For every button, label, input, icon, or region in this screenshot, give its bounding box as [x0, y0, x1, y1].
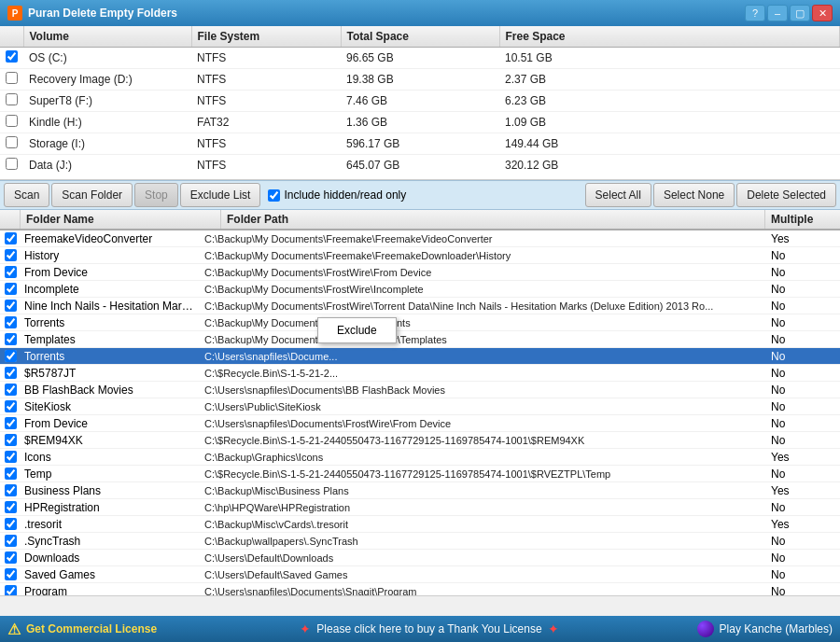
folder-name: Incomplete [21, 283, 201, 296]
folder-row[interactable]: $REM94XK C:\$Recycle.Bin\S-1-5-21-244055… [0, 432, 840, 449]
folder-multi: No [765, 568, 840, 581]
folder-checkbox[interactable] [5, 350, 17, 362]
folder-row[interactable]: Downloads C:\Users\Default\Downloads No [0, 550, 840, 566]
window-controls[interactable]: ? – ▢ ✕ [745, 5, 833, 21]
folder-row[interactable]: .tresorit C:\Backup\Misc\vCards\.tresori… [0, 516, 840, 533]
vol-volume: Data (J:) [23, 155, 191, 176]
delete-selected-button[interactable]: Delete Selected [736, 183, 836, 207]
volume-row[interactable]: OS (C:) NTFS 96.65 GB 10.51 GB [0, 48, 840, 69]
folder-name: From Device [21, 417, 201, 430]
folder-path: C:\Backup\My Documents\Freemake\Freemake… [201, 250, 765, 261]
volume-row[interactable]: Storage (I:) NTFS 596.17 GB 149.44 GB [0, 133, 840, 155]
volume-row[interactable]: Kindle (H:) FAT32 1.36 GB 1.09 GB [0, 112, 840, 133]
folder-name: Torrents [21, 316, 201, 329]
folder-row[interactable]: Business Plans C:\Backup\Misc\Business P… [0, 482, 840, 499]
maximize-button[interactable]: ▢ [790, 5, 810, 21]
folder-checkbox[interactable] [5, 585, 17, 595]
folder-row[interactable]: $R5787JT C:\$Recycle.Bin\S-1-5-21-2... N… [0, 365, 840, 382]
vol-checkbox[interactable] [6, 158, 18, 170]
include-hidden-checkbox[interactable] [268, 189, 280, 202]
vol-col-fs: File System [191, 26, 341, 48]
volume-area: Volume File System Total Space Free Spac… [0, 26, 840, 180]
vol-checkbox[interactable] [6, 72, 18, 84]
folder-row[interactable]: Torrents C:\Users\snapfiles\Docume... No [0, 348, 840, 365]
folder-checkbox[interactable] [5, 384, 17, 396]
folder-row[interactable]: Templates C:\Backup\My Documents\Game Co… [0, 331, 840, 348]
folder-checkbox[interactable] [5, 551, 17, 564]
folder-checkbox[interactable] [5, 232, 17, 244]
folder-checkbox[interactable] [5, 417, 17, 429]
folder-path: C:\$Recycle.Bin\S-1-5-21-2... [201, 368, 765, 379]
folder-checkbox[interactable] [5, 300, 17, 312]
folder-checkbox[interactable] [5, 266, 17, 278]
folder-row[interactable]: Icons C:\Backup\Graphics\Icons Yes [0, 449, 840, 466]
folder-row[interactable]: FreemakeVideoConverter C:\Backup\My Docu… [0, 230, 840, 247]
volume-scroll-area[interactable]: Volume File System Total Space Free Spac… [0, 26, 840, 175]
exclude-list-button[interactable]: Exclude List [180, 183, 261, 207]
folder-checkbox[interactable] [5, 484, 17, 496]
scan-button[interactable]: Scan [4, 183, 49, 207]
folder-row[interactable]: BB FlashBack Movies C:\Users\snapfiles\D… [0, 382, 840, 398]
play-marbles-text: Play Kanche (Marbles) [720, 622, 833, 635]
volume-row[interactable]: Recovery Image (D:) NTFS 19.38 GB 2.37 G… [0, 69, 840, 91]
folder-row[interactable]: Incomplete C:\Backup\My Documents\FrostW… [0, 281, 840, 298]
folder-row[interactable]: HPRegistration C:\hp\HPQWare\HPRegistrat… [0, 499, 840, 516]
help-button[interactable]: ? [745, 5, 765, 21]
folder-checkbox[interactable] [5, 400, 17, 412]
thank-you-link[interactable]: ✦ Please click here to buy a Thank You L… [213, 621, 646, 636]
folder-row[interactable]: From Device C:\Users\snapfiles\Documents… [0, 415, 840, 432]
folder-list[interactable]: FreemakeVideoConverter C:\Backup\My Docu… [0, 230, 840, 595]
folder-name: Saved Games [21, 568, 201, 581]
folder-checkbox[interactable] [5, 434, 17, 446]
folder-row[interactable]: Nine Inch Nails - Hesitation Marks... C:… [0, 298, 840, 314]
folder-col-name-header: Folder Name [21, 210, 221, 229]
folder-checkbox[interactable] [5, 501, 17, 513]
vol-checkbox[interactable] [6, 115, 18, 127]
close-button[interactable]: ✕ [812, 5, 833, 21]
vol-free: 320.12 GB [499, 155, 840, 176]
folder-row[interactable]: Saved Games C:\Users\Default\Saved Games… [0, 566, 840, 583]
folder-checkbox[interactable] [5, 535, 17, 547]
folder-checkbox[interactable] [5, 283, 17, 295]
folder-multi: Yes [765, 484, 840, 497]
vol-checkbox[interactable] [6, 93, 18, 105]
vol-total: 645.07 GB [341, 155, 499, 176]
folder-name: $REM94XK [21, 434, 201, 447]
vol-checkbox[interactable] [6, 50, 18, 63]
folder-row[interactable]: Program C:\Users\snapfiles\Documents\Sna… [0, 583, 840, 595]
scan-folder-button[interactable]: Scan Folder [51, 183, 133, 207]
vol-checkbox[interactable] [6, 136, 18, 148]
status-bar [0, 595, 840, 616]
folder-path: C:\Users\snapfiles\Documents\Snagit\Prog… [201, 586, 765, 596]
vol-total: 596.17 GB [341, 133, 499, 155]
select-all-button[interactable]: Select All [585, 183, 651, 207]
folder-name: .SyncTrash [21, 535, 201, 548]
stop-button[interactable]: Stop [134, 183, 178, 207]
folder-checkbox[interactable] [5, 249, 17, 261]
folder-checkbox[interactable] [5, 568, 17, 580]
folder-row[interactable]: SiteKiosk C:\Users\Public\SiteKiosk No [0, 398, 840, 415]
folder-row[interactable]: .SyncTrash C:\Backup\wallpapers\.SyncTra… [0, 533, 840, 550]
folder-checkbox[interactable] [5, 316, 17, 328]
select-none-button[interactable]: Select None [653, 183, 735, 207]
folder-row[interactable]: Torrents C:\Backup\My Documents\FrostWir… [0, 314, 840, 331]
folder-checkbox[interactable] [5, 451, 17, 463]
vol-volume: Recovery Image (D:) [23, 69, 191, 91]
folder-checkbox[interactable] [5, 468, 17, 480]
folder-row[interactable]: Temp C:\$Recycle.Bin\S-1-5-21-2440550473… [0, 466, 840, 482]
folder-checkbox[interactable] [5, 333, 17, 345]
commercial-license-link[interactable]: ⚠ Get Commercial License [7, 621, 213, 638]
folder-checkbox[interactable] [5, 367, 17, 379]
minimize-button[interactable]: – [767, 5, 788, 21]
volume-row[interactable]: SuperT8 (F:) NTFS 7.46 GB 6.23 GB [0, 91, 840, 112]
marble-icon [697, 621, 714, 637]
include-hidden-label[interactable]: Include hidden/read only [268, 188, 406, 202]
volume-row[interactable]: Data (J:) NTFS 645.07 GB 320.12 GB [0, 155, 840, 176]
context-exclude[interactable]: Exclude [318, 320, 396, 341]
folder-checkbox[interactable] [5, 518, 17, 530]
folder-row[interactable]: History C:\Backup\My Documents\Freemake\… [0, 247, 840, 264]
vol-fs: NTFS [191, 69, 341, 91]
play-marbles-link[interactable]: Play Kanche (Marbles) [646, 621, 833, 637]
folder-row[interactable]: From Device C:\Backup\My Documents\Frost… [0, 264, 840, 281]
folder-path: C:\Backup\My Documents\Freemake\Freemake… [201, 233, 765, 244]
